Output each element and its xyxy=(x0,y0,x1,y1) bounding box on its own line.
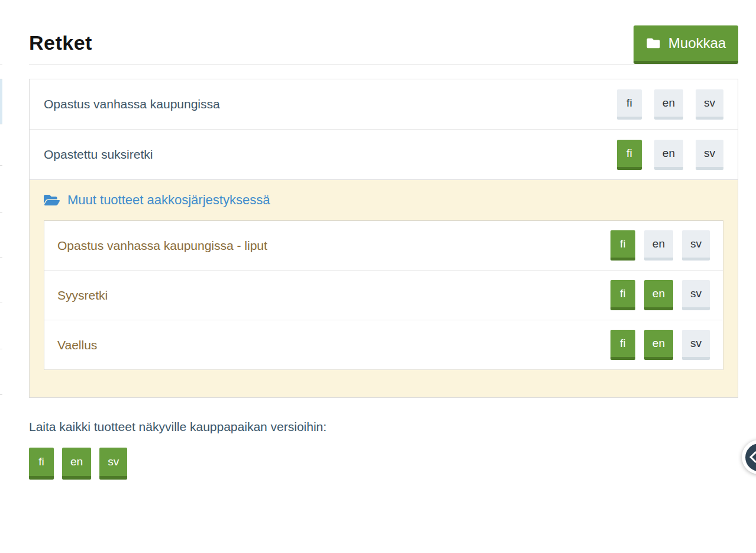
group-title-link[interactable]: Muut tuotteet aakkosjärjestyksessä xyxy=(67,192,270,208)
lang-en-toggle[interactable]: en xyxy=(644,330,673,360)
edit-button-label: Muokkaa xyxy=(668,35,726,52)
lang-fi-toggle[interactable]: fi xyxy=(617,140,642,170)
product-label[interactable]: Opastus vanhassa kaupungissa - liput xyxy=(57,239,267,253)
bulk-lang-fi-button[interactable]: fi xyxy=(29,448,54,480)
group-header[interactable]: Muut tuotteet aakkosjärjestyksessä xyxy=(44,180,723,220)
language-toggle-group: fi en sv xyxy=(610,280,710,310)
lang-en-toggle[interactable]: en xyxy=(644,280,673,310)
product-row: Vaellus fi en sv xyxy=(44,320,723,369)
lang-sv-toggle[interactable]: sv xyxy=(682,330,710,360)
main-content: Retket Muokkaa Opastus vanhassa kaupungi… xyxy=(29,0,738,480)
lang-fi-toggle[interactable]: fi xyxy=(610,280,635,310)
product-label[interactable]: Opastettu suksiretki xyxy=(44,147,153,162)
chevron-left-icon xyxy=(749,451,756,463)
page: Retket Muokkaa Opastus vanhassa kaupungi… xyxy=(0,0,756,553)
product-list-panel: Opastus vanhassa kaupungissa fi en sv Op… xyxy=(29,79,738,398)
lang-en-toggle[interactable]: en xyxy=(654,140,683,170)
edit-button[interactable]: Muokkaa xyxy=(634,25,738,64)
product-label[interactable]: Opastus vanhassa kaupungissa xyxy=(44,97,220,111)
group-product-list: Opastus vanhassa kaupungissa - liput fi … xyxy=(44,220,723,370)
bulk-visibility-label: Laita kaikki tuotteet näkyville kauppapa… xyxy=(29,420,738,434)
product-row: Opastus vanhassa kaupungissa fi en sv xyxy=(30,79,738,130)
folder-open-icon xyxy=(44,193,60,207)
language-toggle-group: fi en sv xyxy=(617,140,723,170)
lang-en-toggle[interactable]: en xyxy=(654,89,683,120)
lang-sv-toggle[interactable]: sv xyxy=(682,230,710,261)
product-label[interactable]: Vaellus xyxy=(57,338,97,352)
bulk-language-toggle-group: fi en sv xyxy=(29,448,738,480)
offscreen-list-sliver xyxy=(0,64,2,395)
product-row: Opastettu suksiretki fi en sv xyxy=(30,130,738,179)
lang-sv-toggle[interactable]: sv xyxy=(696,89,723,120)
lang-sv-toggle[interactable]: sv xyxy=(682,280,710,310)
panel-toggle-inner-circle xyxy=(745,443,756,471)
lang-fi-toggle[interactable]: fi xyxy=(617,89,642,120)
product-row: Syysretki fi en sv xyxy=(44,271,723,320)
language-toggle-group: fi en sv xyxy=(610,330,710,360)
lang-en-toggle[interactable]: en xyxy=(644,230,673,261)
panel-toggle-button[interactable] xyxy=(742,440,756,474)
lang-fi-toggle[interactable]: fi xyxy=(610,230,635,261)
page-title: Retket xyxy=(29,31,92,54)
folder-icon xyxy=(646,37,661,50)
product-row: Opastus vanhassa kaupungissa - liput fi … xyxy=(44,221,723,271)
language-toggle-group: fi en sv xyxy=(617,89,723,120)
sliver-highlighted-row xyxy=(0,79,2,124)
lang-fi-toggle[interactable]: fi xyxy=(610,330,635,360)
product-group: Muut tuotteet aakkosjärjestyksessä Opast… xyxy=(30,179,738,397)
language-toggle-group: fi en sv xyxy=(610,230,710,261)
bulk-lang-sv-button[interactable]: sv xyxy=(99,448,127,480)
page-header: Retket Muokkaa xyxy=(29,0,738,65)
bulk-lang-en-button[interactable]: en xyxy=(62,448,91,480)
lang-sv-toggle[interactable]: sv xyxy=(696,140,723,170)
product-label[interactable]: Syysretki xyxy=(57,288,108,303)
